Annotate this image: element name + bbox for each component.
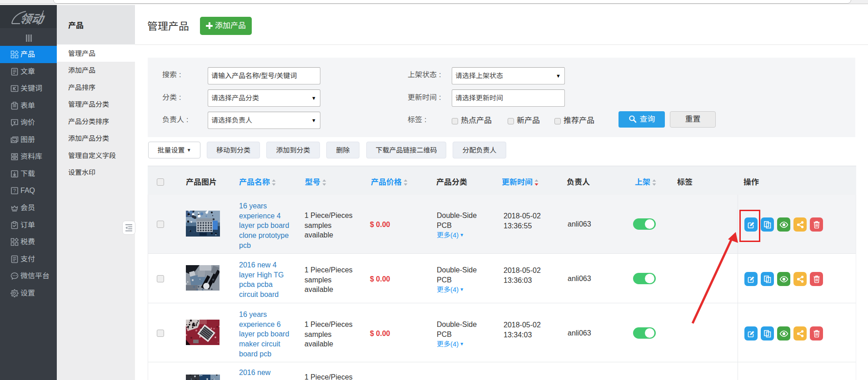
svg-text:领动: 领动 [19, 10, 46, 27]
svg-text:?: ? [13, 188, 16, 193]
